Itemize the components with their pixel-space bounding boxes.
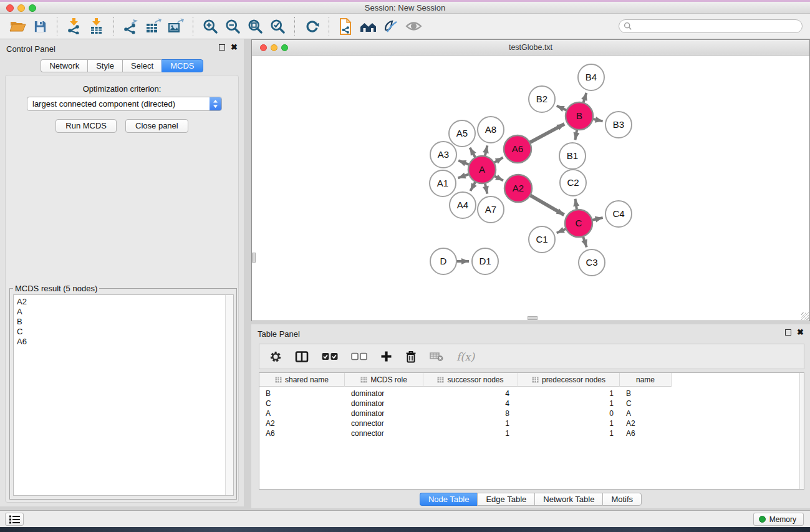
tab-edge-table[interactable]: Edge Table	[477, 493, 534, 506]
tab-motifs[interactable]: Motifs	[602, 493, 642, 506]
column-header-predecessor-nodes[interactable]: predecessor nodes	[518, 373, 620, 387]
graph-node-label: B1	[567, 150, 578, 161]
zoom-check-icon[interactable]	[266, 16, 289, 37]
table-cell: 8	[423, 409, 518, 418]
network-minimize-button[interactable]	[271, 44, 277, 51]
export-image-icon[interactable]	[165, 16, 187, 37]
table-cell: 1	[423, 419, 518, 428]
zoom-in-icon[interactable]	[199, 16, 221, 37]
close-window-button[interactable]	[6, 4, 14, 12]
delete-table-icon[interactable]	[430, 351, 443, 362]
import-network-icon[interactable]	[63, 16, 85, 37]
float-table-panel-icon[interactable]	[785, 329, 791, 336]
search-icon	[624, 22, 632, 31]
float-panel-icon[interactable]	[219, 44, 225, 51]
zoom-out-icon[interactable]	[221, 16, 244, 37]
function-builder-icon[interactable]: f(x)	[456, 351, 475, 363]
close-table-panel-icon[interactable]: ✖	[797, 329, 804, 336]
table-cell: A	[620, 409, 672, 418]
table-row[interactable]: Cdominator41C	[259, 399, 804, 409]
toolbar-separator	[329, 17, 329, 36]
network-zoom-button[interactable]	[281, 44, 288, 51]
graph-node-label: A7	[485, 204, 496, 215]
open-folder-icon[interactable]	[6, 16, 29, 37]
criterion-selected-value: largest connected component (directed)	[27, 99, 210, 109]
table-scrollbar[interactable]	[799, 373, 804, 489]
settings-gear-icon[interactable]	[269, 351, 282, 363]
task-history-button[interactable]	[5, 513, 24, 526]
table-panel-title: Table Panel	[258, 329, 300, 339]
table-cell: A2	[620, 419, 672, 428]
close-panel-icon[interactable]: ✖	[231, 44, 238, 51]
graph-node-label: A	[479, 164, 485, 175]
window-resize-grip[interactable]	[801, 312, 809, 320]
column-header-name[interactable]: name	[620, 373, 672, 387]
splitter-nub-bottom[interactable]	[528, 316, 538, 320]
mcds-result-list[interactable]: A2ABCA6	[13, 294, 234, 496]
table-row[interactable]: A2connector11A2	[259, 418, 804, 428]
network-window-titlebar[interactable]: testGlobe.txt	[252, 40, 809, 56]
table-cell: A2	[259, 419, 345, 428]
graph-node-label: B4	[586, 72, 597, 82]
network-graph-svg: B4B2BB3B1A6A5A8A3AA1A4A7A2C2C4CC1C3DD1	[252, 56, 809, 321]
refresh-icon[interactable]	[301, 16, 323, 37]
memory-button[interactable]: Memory	[753, 513, 804, 526]
search-input[interactable]	[632, 21, 802, 32]
graph-node-label: C2	[567, 177, 579, 188]
tab-style[interactable]: Style	[87, 59, 122, 72]
column-type-icon	[437, 377, 444, 383]
network-close-button[interactable]	[260, 44, 267, 51]
table-cell: B	[259, 389, 345, 398]
hide-marker-icon[interactable]	[380, 16, 402, 37]
delete-icon[interactable]	[405, 351, 417, 363]
tab-select[interactable]: Select	[122, 59, 162, 72]
table-cell: A6	[259, 429, 345, 438]
save-icon[interactable]	[29, 16, 51, 37]
import-table-icon[interactable]	[85, 16, 108, 37]
mcds-result-item[interactable]: A	[14, 307, 233, 317]
tab-network-table[interactable]: Network Table	[534, 493, 602, 506]
close-panel-button[interactable]: Close panel	[125, 119, 188, 133]
run-mcds-button[interactable]: Run MCDS	[55, 119, 117, 133]
table-row[interactable]: Bdominator41B	[259, 389, 804, 399]
column-header-mcds-role[interactable]: MCDS role	[345, 373, 423, 387]
result-list-scrollbar[interactable]	[225, 295, 233, 495]
tab-mcds[interactable]: MCDS	[162, 59, 203, 72]
column-header-shared-name[interactable]: shared name	[259, 373, 345, 387]
app-titlebar: Session: New Session	[0, 2, 810, 14]
home-icon[interactable]	[357, 16, 380, 37]
table-cell: 1	[518, 399, 620, 408]
mcds-result-item[interactable]: A2	[14, 297, 233, 307]
deselect-all-icon[interactable]	[351, 352, 367, 360]
export-table-icon[interactable]	[142, 16, 165, 37]
column-header-successor-nodes[interactable]: successor nodes	[423, 373, 518, 387]
minimize-window-button[interactable]	[17, 4, 25, 12]
add-column-icon[interactable]	[380, 351, 392, 362]
table-cell: C	[259, 399, 345, 408]
mcds-result-item[interactable]: C	[14, 327, 233, 337]
tab-node-table[interactable]: Node Table	[420, 493, 478, 506]
toolbar-separator	[294, 17, 295, 36]
mcds-result-item[interactable]: B	[14, 317, 233, 327]
table-row[interactable]: A6connector11A6	[259, 428, 804, 438]
search-field[interactable]	[619, 19, 803, 33]
table-cell: 1	[423, 429, 518, 438]
zoom-fit-icon[interactable]	[244, 16, 266, 37]
eye-icon[interactable]	[402, 16, 425, 37]
criterion-select[interactable]: largest connected component (directed)	[27, 97, 222, 111]
table-cell: dominator	[345, 409, 423, 418]
table-panel-tabs: Node Table Edge Table Network Table Moti…	[251, 493, 810, 506]
export-network-icon[interactable]	[120, 16, 142, 37]
select-all-icon[interactable]	[322, 352, 338, 360]
splitter-nub-left[interactable]	[252, 253, 256, 263]
network-window-title: testGlobe.txt	[252, 40, 809, 56]
zoom-window-button[interactable]	[29, 4, 36, 12]
network-canvas[interactable]: B4B2BB3B1A6A5A8A3AA1A4A7A2C2C4CC1C3DD1	[252, 56, 809, 321]
copy-network-icon[interactable]	[335, 16, 357, 37]
mcds-result-item[interactable]: A6	[14, 337, 233, 347]
table-toolbar: f(x)	[259, 344, 804, 369]
split-columns-icon[interactable]	[295, 351, 309, 363]
tab-network[interactable]: Network	[41, 59, 87, 72]
table-row[interactable]: Adominator80A	[259, 409, 804, 418]
table-cell: 0	[518, 409, 620, 418]
